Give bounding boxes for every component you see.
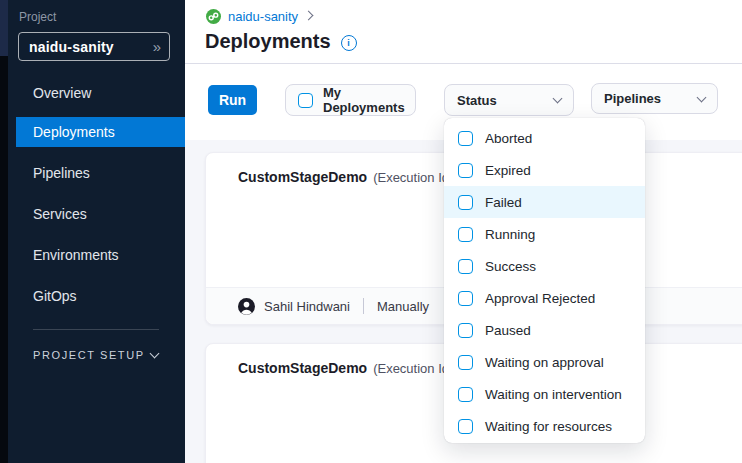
- status-option-label: Waiting on approval: [485, 355, 604, 370]
- status-option-success[interactable]: Success: [444, 250, 645, 282]
- pipelines-filter-label: Pipelines: [604, 91, 661, 106]
- status-option-waiting-on-approval[interactable]: Waiting on approval: [444, 346, 645, 378]
- project-selector-value: naidu-sanity: [29, 39, 114, 55]
- status-option-label: Running: [485, 227, 535, 242]
- sidebar-item-deployments[interactable]: Deployments: [16, 117, 185, 147]
- sidebar-item-gitops[interactable]: GitOps: [0, 281, 185, 311]
- user-avatar-icon: [238, 298, 255, 315]
- project-setup-label: PROJECT SETUP: [33, 349, 145, 361]
- project-label: Project: [19, 10, 56, 24]
- status-option-label: Failed: [485, 195, 522, 210]
- status-option-checkbox[interactable]: [458, 227, 473, 242]
- nav-rail-indicator: [0, 0, 8, 56]
- chevron-down-icon: [697, 92, 707, 102]
- status-option-checkbox[interactable]: [458, 419, 473, 434]
- status-option-checkbox[interactable]: [458, 131, 473, 146]
- status-option-checkbox[interactable]: [458, 291, 473, 306]
- status-option-checkbox[interactable]: [458, 323, 473, 338]
- status-option-label: Aborted: [485, 131, 532, 146]
- sidebar-item-pipelines[interactable]: Pipelines: [0, 158, 185, 188]
- status-filter-dropdown[interactable]: Status: [444, 84, 574, 116]
- pipeline-name[interactable]: CustomStageDemo: [238, 360, 367, 376]
- project-sidebar: Project naidu-sanity » Overview Deployme…: [0, 0, 185, 463]
- chevron-right-icon: [304, 10, 314, 20]
- execution-id-text: (Execution Id: [373, 361, 449, 376]
- status-filter-menu: Aborted Expired Failed Running Success A…: [444, 118, 645, 443]
- chevron-down-icon: [150, 349, 160, 359]
- status-option-label: Expired: [485, 163, 531, 178]
- sidebar-item-overview[interactable]: Overview: [0, 78, 185, 108]
- status-filter-label: Status: [457, 93, 497, 108]
- status-option-checkbox[interactable]: [458, 195, 473, 210]
- my-deployments-checkbox[interactable]: [298, 93, 313, 108]
- status-option-failed[interactable]: Failed: [444, 186, 645, 218]
- page-title: Deployments: [205, 30, 331, 53]
- double-chevron-icon: »: [153, 39, 161, 54]
- cd-module-icon: [206, 9, 221, 24]
- status-option-approval-rejected[interactable]: Approval Rejected: [444, 282, 645, 314]
- status-option-checkbox[interactable]: [458, 163, 473, 178]
- footer-divider: [363, 298, 364, 314]
- status-option-label: Waiting on intervention: [485, 387, 622, 402]
- status-option-running[interactable]: Running: [444, 218, 645, 250]
- project-setup-toggle[interactable]: PROJECT SETUP: [33, 349, 158, 361]
- deployments-page: Project naidu-sanity » Overview Deployme…: [0, 0, 742, 463]
- chevron-down-icon: [553, 94, 563, 104]
- main-content: naidu-sanity Deployments i Run My Deploy…: [185, 0, 742, 463]
- status-option-checkbox[interactable]: [458, 355, 473, 370]
- status-option-label: Waiting for resources: [485, 419, 612, 434]
- nav-rail: [0, 0, 8, 463]
- status-option-checkbox[interactable]: [458, 387, 473, 402]
- status-option-waiting-on-intervention[interactable]: Waiting on intervention: [444, 378, 645, 410]
- title-row: Deployments i: [205, 30, 357, 53]
- status-option-label: Success: [485, 259, 536, 274]
- sidebar-item-environments[interactable]: Environments: [0, 240, 185, 270]
- trigger-type: Manually: [377, 299, 429, 314]
- status-option-waiting-for-resources[interactable]: Waiting for resources: [444, 410, 645, 442]
- breadcrumb: naidu-sanity: [206, 9, 312, 24]
- my-deployments-label: My Deployments: [323, 85, 405, 115]
- triggered-by-user: Sahil Hindwani: [264, 299, 350, 314]
- pipelines-filter-dropdown[interactable]: Pipelines: [591, 83, 718, 114]
- execution-id-text: (Execution Id: [373, 170, 449, 185]
- sidebar-item-services[interactable]: Services: [0, 199, 185, 229]
- run-button[interactable]: Run: [208, 85, 257, 115]
- page-header: naidu-sanity Deployments i: [185, 0, 742, 64]
- sidebar-divider: [33, 329, 159, 330]
- my-deployments-toggle[interactable]: My Deployments: [285, 84, 416, 116]
- pipeline-name[interactable]: CustomStageDemo: [238, 169, 367, 185]
- status-option-paused[interactable]: Paused: [444, 314, 645, 346]
- status-option-label: Paused: [485, 323, 531, 338]
- project-selector[interactable]: naidu-sanity »: [18, 32, 170, 61]
- status-option-checkbox[interactable]: [458, 259, 473, 274]
- status-option-aborted[interactable]: Aborted: [444, 122, 645, 154]
- breadcrumb-project-link[interactable]: naidu-sanity: [228, 9, 298, 24]
- status-option-label: Approval Rejected: [485, 291, 595, 306]
- info-icon[interactable]: i: [341, 35, 357, 51]
- status-option-expired[interactable]: Expired: [444, 154, 645, 186]
